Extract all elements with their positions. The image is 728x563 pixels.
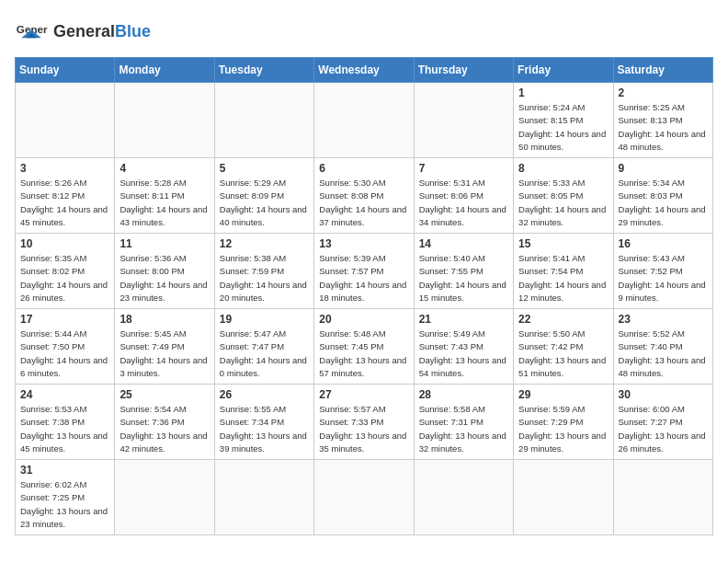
calendar-cell	[613, 460, 712, 535]
calendar-cell: 20Sunrise: 5:48 AM Sunset: 7:45 PM Dayli…	[314, 309, 414, 385]
day-info: Sunrise: 5:50 AM Sunset: 7:42 PM Dayligh…	[518, 327, 608, 380]
day-number: 3	[20, 162, 109, 175]
calendar-cell: 26Sunrise: 5:55 AM Sunset: 7:34 PM Dayli…	[214, 385, 313, 460]
day-number: 14	[419, 237, 508, 250]
day-info: Sunrise: 5:29 AM Sunset: 8:09 PM Dayligh…	[220, 177, 309, 229]
day-number: 16	[619, 237, 708, 250]
calendar-week-row-4: 24Sunrise: 5:53 AM Sunset: 7:38 PM Dayli…	[16, 385, 713, 460]
day-number: 24	[20, 388, 109, 401]
day-number: 21	[419, 313, 508, 326]
calendar-cell: 10Sunrise: 5:35 AM Sunset: 8:02 PM Dayli…	[16, 234, 115, 309]
day-number: 7	[419, 162, 508, 175]
weekday-header-friday: Friday	[514, 58, 613, 83]
day-number: 11	[119, 237, 209, 250]
day-number: 25	[119, 388, 209, 401]
calendar-cell: 3Sunrise: 5:26 AM Sunset: 8:12 PM Daylig…	[16, 158, 115, 234]
weekday-header-monday: Monday	[115, 58, 214, 83]
calendar-cell: 30Sunrise: 6:00 AM Sunset: 7:27 PM Dayli…	[613, 385, 712, 460]
day-info: Sunrise: 5:25 AM Sunset: 8:13 PM Dayligh…	[619, 101, 708, 154]
day-info: Sunrise: 5:48 AM Sunset: 7:45 PM Dayligh…	[319, 327, 408, 380]
calendar-cell: 1Sunrise: 5:24 AM Sunset: 8:15 PM Daylig…	[514, 83, 613, 158]
day-number: 19	[220, 313, 309, 326]
calendar-cell: 12Sunrise: 5:38 AM Sunset: 7:59 PM Dayli…	[214, 234, 313, 309]
calendar-cell: 15Sunrise: 5:41 AM Sunset: 7:54 PM Dayli…	[514, 234, 613, 309]
calendar-cell: 11Sunrise: 5:36 AM Sunset: 8:00 PM Dayli…	[115, 234, 214, 309]
day-info: Sunrise: 5:33 AM Sunset: 8:05 PM Dayligh…	[518, 177, 608, 229]
calendar-cell	[414, 83, 513, 158]
day-number: 23	[619, 313, 708, 326]
day-info: Sunrise: 6:02 AM Sunset: 7:25 PM Dayligh…	[20, 478, 109, 531]
logo: General GeneralBlue	[15, 15, 151, 48]
calendar-cell: 9Sunrise: 5:34 AM Sunset: 8:03 PM Daylig…	[613, 158, 712, 234]
day-info: Sunrise: 5:54 AM Sunset: 7:36 PM Dayligh…	[119, 403, 209, 455]
day-number: 12	[220, 237, 309, 250]
calendar-cell	[314, 83, 414, 158]
day-info: Sunrise: 5:41 AM Sunset: 7:54 PM Dayligh…	[518, 252, 608, 304]
calendar-cell	[16, 83, 115, 158]
calendar-cell	[314, 460, 414, 535]
day-number: 28	[419, 388, 508, 401]
calendar-cell	[414, 460, 513, 535]
day-number: 4	[119, 162, 209, 175]
day-number: 27	[319, 388, 408, 401]
day-number: 26	[220, 388, 309, 401]
day-info: Sunrise: 5:47 AM Sunset: 7:47 PM Dayligh…	[220, 327, 309, 380]
day-number: 5	[220, 162, 309, 175]
day-number: 6	[319, 162, 408, 175]
calendar-cell: 4Sunrise: 5:28 AM Sunset: 8:11 PM Daylig…	[115, 158, 214, 234]
day-info: Sunrise: 5:30 AM Sunset: 8:08 PM Dayligh…	[319, 177, 408, 229]
calendar-week-row-0: 1Sunrise: 5:24 AM Sunset: 8:15 PM Daylig…	[16, 83, 713, 158]
header: General GeneralBlue	[15, 15, 713, 48]
day-info: Sunrise: 5:38 AM Sunset: 7:59 PM Dayligh…	[220, 252, 309, 304]
weekday-header-thursday: Thursday	[414, 58, 513, 83]
day-info: Sunrise: 5:45 AM Sunset: 7:49 PM Dayligh…	[119, 327, 209, 380]
day-info: Sunrise: 5:57 AM Sunset: 7:33 PM Dayligh…	[319, 403, 408, 455]
day-number: 17	[20, 313, 109, 326]
calendar-table: SundayMondayTuesdayWednesdayThursdayFrid…	[15, 57, 713, 535]
calendar-cell: 21Sunrise: 5:49 AM Sunset: 7:43 PM Dayli…	[414, 309, 513, 385]
calendar-cell	[115, 83, 214, 158]
day-number: 10	[20, 237, 109, 250]
day-info: Sunrise: 6:00 AM Sunset: 7:27 PM Dayligh…	[619, 403, 708, 455]
day-info: Sunrise: 5:35 AM Sunset: 8:02 PM Dayligh…	[20, 252, 109, 304]
calendar-cell: 25Sunrise: 5:54 AM Sunset: 7:36 PM Dayli…	[115, 385, 214, 460]
calendar-cell	[214, 83, 313, 158]
calendar-cell: 23Sunrise: 5:52 AM Sunset: 7:40 PM Dayli…	[613, 309, 712, 385]
weekday-header-tuesday: Tuesday	[214, 58, 313, 83]
day-info: Sunrise: 5:31 AM Sunset: 8:06 PM Dayligh…	[419, 177, 508, 229]
day-info: Sunrise: 5:40 AM Sunset: 7:55 PM Dayligh…	[419, 252, 508, 304]
calendar-cell: 6Sunrise: 5:30 AM Sunset: 8:08 PM Daylig…	[314, 158, 414, 234]
calendar-cell	[115, 460, 214, 535]
calendar-cell: 18Sunrise: 5:45 AM Sunset: 7:49 PM Dayli…	[115, 309, 214, 385]
day-info: Sunrise: 5:49 AM Sunset: 7:43 PM Dayligh…	[419, 327, 508, 380]
calendar-cell: 17Sunrise: 5:44 AM Sunset: 7:50 PM Dayli…	[16, 309, 115, 385]
day-number: 1	[518, 86, 608, 99]
calendar-cell: 7Sunrise: 5:31 AM Sunset: 8:06 PM Daylig…	[414, 158, 513, 234]
calendar-cell	[514, 460, 613, 535]
day-info: Sunrise: 5:39 AM Sunset: 7:57 PM Dayligh…	[319, 252, 408, 304]
day-number: 29	[518, 388, 608, 401]
day-info: Sunrise: 5:52 AM Sunset: 7:40 PM Dayligh…	[619, 327, 708, 380]
calendar-cell: 19Sunrise: 5:47 AM Sunset: 7:47 PM Dayli…	[214, 309, 313, 385]
calendar-cell: 13Sunrise: 5:39 AM Sunset: 7:57 PM Dayli…	[314, 234, 414, 309]
day-info: Sunrise: 5:55 AM Sunset: 7:34 PM Dayligh…	[220, 403, 309, 455]
calendar-cell: 27Sunrise: 5:57 AM Sunset: 7:33 PM Dayli…	[314, 385, 414, 460]
day-number: 31	[20, 464, 109, 477]
weekday-header-sunday: Sunday	[16, 58, 115, 83]
logo-text: GeneralBlue	[53, 22, 151, 41]
day-info: Sunrise: 5:34 AM Sunset: 8:03 PM Dayligh…	[619, 177, 708, 229]
day-number: 2	[619, 86, 708, 99]
day-number: 22	[518, 313, 608, 326]
calendar-cell: 16Sunrise: 5:43 AM Sunset: 7:52 PM Dayli…	[613, 234, 712, 309]
calendar-week-row-2: 10Sunrise: 5:35 AM Sunset: 8:02 PM Dayli…	[16, 234, 713, 309]
day-number: 8	[518, 162, 608, 175]
day-info: Sunrise: 5:43 AM Sunset: 7:52 PM Dayligh…	[619, 252, 708, 304]
day-number: 20	[319, 313, 408, 326]
calendar-cell: 5Sunrise: 5:29 AM Sunset: 8:09 PM Daylig…	[214, 158, 313, 234]
day-info: Sunrise: 5:58 AM Sunset: 7:31 PM Dayligh…	[419, 403, 508, 455]
day-number: 18	[119, 313, 209, 326]
day-info: Sunrise: 5:53 AM Sunset: 7:38 PM Dayligh…	[20, 403, 109, 455]
calendar-cell: 2Sunrise: 5:25 AM Sunset: 8:13 PM Daylig…	[613, 83, 712, 158]
day-info: Sunrise: 5:44 AM Sunset: 7:50 PM Dayligh…	[20, 327, 109, 380]
calendar-cell: 31Sunrise: 6:02 AM Sunset: 7:25 PM Dayli…	[16, 460, 115, 535]
